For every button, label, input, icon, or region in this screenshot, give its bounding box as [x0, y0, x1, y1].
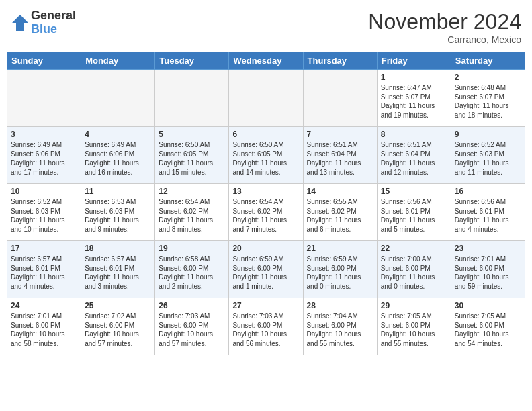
day-number: 9 [455, 130, 521, 139]
calendar-day [7, 70, 81, 127]
day-info: Sunrise: 6:49 AM Sunset: 6:06 PM Dayligh… [85, 140, 151, 177]
day-number: 29 [381, 301, 447, 310]
day-number: 27 [232, 301, 299, 310]
day-info: Sunrise: 6:50 AM Sunset: 6:05 PM Dayligh… [159, 140, 225, 177]
day-info: Sunrise: 6:51 AM Sunset: 6:04 PM Dayligh… [381, 140, 447, 177]
calendar-day: 26Sunrise: 7:03 AM Sunset: 6:00 PM Dayli… [155, 298, 229, 355]
day-info: Sunrise: 6:57 AM Sunset: 6:01 PM Dayligh… [85, 255, 151, 291]
calendar-day: 6Sunrise: 6:50 AM Sunset: 6:05 PM Daylig… [229, 127, 303, 184]
calendar-day: 22Sunrise: 7:00 AM Sunset: 6:00 PM Dayli… [377, 241, 451, 298]
calendar-day [155, 70, 229, 127]
day-number: 5 [159, 130, 225, 139]
calendar-day: 13Sunrise: 6:54 AM Sunset: 6:02 PM Dayli… [229, 184, 303, 241]
day-info: Sunrise: 6:57 AM Sunset: 6:01 PM Dayligh… [11, 255, 77, 291]
weekday-header-saturday: Saturday [451, 52, 525, 70]
calendar-day: 16Sunrise: 6:56 AM Sunset: 6:01 PM Dayli… [451, 184, 525, 241]
day-info: Sunrise: 6:47 AM Sunset: 6:07 PM Dayligh… [381, 83, 447, 120]
weekday-header-row: SundayMondayTuesdayWednesdayThursdayFrid… [7, 52, 525, 70]
calendar-day: 17Sunrise: 6:57 AM Sunset: 6:01 PM Dayli… [7, 241, 81, 298]
day-info: Sunrise: 6:51 AM Sunset: 6:04 PM Dayligh… [307, 140, 373, 177]
day-info: Sunrise: 6:53 AM Sunset: 6:03 PM Dayligh… [85, 197, 151, 234]
day-number: 16 [455, 187, 521, 196]
logo-general: General [31, 9, 76, 23]
calendar-day: 5Sunrise: 6:50 AM Sunset: 6:05 PM Daylig… [155, 127, 229, 184]
day-number: 30 [455, 301, 521, 310]
day-info: Sunrise: 6:55 AM Sunset: 6:02 PM Dayligh… [307, 197, 373, 234]
calendar-day: 3Sunrise: 6:49 AM Sunset: 6:06 PM Daylig… [7, 127, 81, 184]
day-info: Sunrise: 6:50 AM Sunset: 6:05 PM Dayligh… [232, 140, 299, 177]
calendar-day: 1Sunrise: 6:47 AM Sunset: 6:07 PM Daylig… [377, 70, 451, 127]
calendar-day [229, 70, 303, 127]
calendar-day: 10Sunrise: 6:52 AM Sunset: 6:03 PM Dayli… [7, 184, 81, 241]
day-number: 1 [381, 73, 447, 82]
day-info: Sunrise: 7:00 AM Sunset: 6:00 PM Dayligh… [381, 255, 447, 291]
weekday-header-monday: Monday [81, 52, 155, 70]
day-info: Sunrise: 7:03 AM Sunset: 6:00 PM Dayligh… [159, 312, 225, 348]
day-number: 25 [85, 301, 151, 310]
day-info: Sunrise: 6:49 AM Sunset: 6:06 PM Dayligh… [11, 140, 77, 177]
calendar-day: 20Sunrise: 6:59 AM Sunset: 6:00 PM Dayli… [229, 241, 303, 298]
day-number: 11 [85, 187, 151, 196]
calendar-day: 12Sunrise: 6:54 AM Sunset: 6:02 PM Dayli… [155, 184, 229, 241]
day-number: 19 [159, 244, 225, 253]
calendar-day: 24Sunrise: 7:01 AM Sunset: 6:00 PM Dayli… [7, 298, 81, 355]
calendar-day: 8Sunrise: 6:51 AM Sunset: 6:04 PM Daylig… [377, 127, 451, 184]
calendar-day: 4Sunrise: 6:49 AM Sunset: 6:06 PM Daylig… [81, 127, 155, 184]
calendar-day: 28Sunrise: 7:04 AM Sunset: 6:00 PM Dayli… [303, 298, 377, 355]
day-number: 2 [455, 73, 521, 82]
page-header: General Blue November 2024 Carranco, Mex… [7, 7, 525, 48]
calendar-day [303, 70, 377, 127]
day-number: 23 [455, 244, 521, 253]
day-number: 8 [381, 130, 447, 139]
calendar-week-row: 17Sunrise: 6:57 AM Sunset: 6:01 PM Dayli… [7, 241, 525, 298]
weekday-header-tuesday: Tuesday [155, 52, 229, 70]
title-section: November 2024 Carranco, Mexico [368, 9, 521, 45]
calendar-day: 30Sunrise: 7:05 AM Sunset: 6:00 PM Dayli… [451, 298, 525, 355]
day-number: 17 [11, 244, 77, 253]
calendar-day: 23Sunrise: 7:01 AM Sunset: 6:00 PM Dayli… [451, 241, 525, 298]
weekday-header-thursday: Thursday [303, 52, 377, 70]
calendar-day: 7Sunrise: 6:51 AM Sunset: 6:04 PM Daylig… [303, 127, 377, 184]
day-info: Sunrise: 6:52 AM Sunset: 6:03 PM Dayligh… [455, 140, 521, 177]
day-number: 12 [159, 187, 225, 196]
calendar-day [81, 70, 155, 127]
day-info: Sunrise: 7:03 AM Sunset: 6:00 PM Dayligh… [232, 312, 299, 348]
svg-marker-0 [12, 15, 28, 31]
day-number: 28 [307, 301, 373, 310]
day-info: Sunrise: 7:01 AM Sunset: 6:00 PM Dayligh… [11, 312, 77, 348]
calendar-table: SundayMondayTuesdayWednesdayThursdayFrid… [7, 52, 525, 355]
day-info: Sunrise: 6:58 AM Sunset: 6:00 PM Dayligh… [159, 255, 225, 291]
calendar-day: 9Sunrise: 6:52 AM Sunset: 6:03 PM Daylig… [451, 127, 525, 184]
calendar-day: 27Sunrise: 7:03 AM Sunset: 6:00 PM Dayli… [229, 298, 303, 355]
day-info: Sunrise: 7:04 AM Sunset: 6:00 PM Dayligh… [307, 312, 373, 348]
calendar-header: SundayMondayTuesdayWednesdayThursdayFrid… [7, 52, 525, 70]
day-info: Sunrise: 7:02 AM Sunset: 6:00 PM Dayligh… [85, 312, 151, 348]
day-info: Sunrise: 7:01 AM Sunset: 6:00 PM Dayligh… [455, 255, 521, 291]
day-number: 21 [307, 244, 373, 253]
day-number: 26 [159, 301, 225, 310]
location: Carranco, Mexico [368, 34, 521, 45]
logo-text: General Blue [31, 9, 76, 36]
calendar-day: 19Sunrise: 6:58 AM Sunset: 6:00 PM Dayli… [155, 241, 229, 298]
weekday-header-sunday: Sunday [7, 52, 81, 70]
day-number: 3 [11, 130, 77, 139]
calendar-day: 21Sunrise: 6:59 AM Sunset: 6:00 PM Dayli… [303, 241, 377, 298]
day-info: Sunrise: 6:56 AM Sunset: 6:01 PM Dayligh… [455, 197, 521, 234]
calendar-day: 25Sunrise: 7:02 AM Sunset: 6:00 PM Dayli… [81, 298, 155, 355]
day-number: 7 [307, 130, 373, 139]
day-number: 10 [11, 187, 77, 196]
calendar-body: 1Sunrise: 6:47 AM Sunset: 6:07 PM Daylig… [7, 70, 525, 355]
calendar-day: 2Sunrise: 6:48 AM Sunset: 6:07 PM Daylig… [451, 70, 525, 127]
day-number: 6 [232, 130, 299, 139]
month-title: November 2024 [368, 9, 521, 34]
calendar-day: 11Sunrise: 6:53 AM Sunset: 6:03 PM Dayli… [81, 184, 155, 241]
day-number: 20 [232, 244, 299, 253]
day-number: 13 [232, 187, 299, 196]
calendar-day: 14Sunrise: 6:55 AM Sunset: 6:02 PM Dayli… [303, 184, 377, 241]
day-number: 24 [11, 301, 77, 310]
day-info: Sunrise: 6:56 AM Sunset: 6:01 PM Dayligh… [381, 197, 447, 234]
day-number: 14 [307, 187, 373, 196]
day-info: Sunrise: 6:59 AM Sunset: 6:00 PM Dayligh… [307, 255, 373, 291]
weekday-header-friday: Friday [377, 52, 451, 70]
calendar-day: 15Sunrise: 6:56 AM Sunset: 6:01 PM Dayli… [377, 184, 451, 241]
